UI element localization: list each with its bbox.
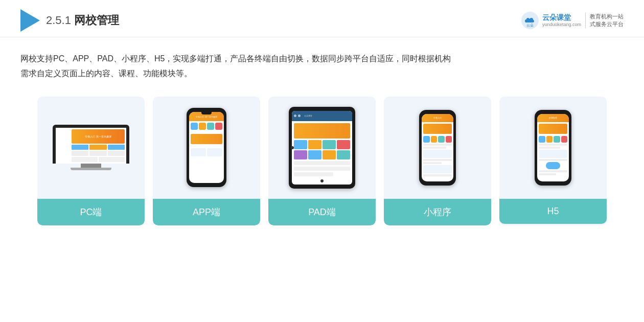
mini-phone-outer1: 引领人们 <box>419 110 456 186</box>
slogan-line2: 式服务云平台 <box>590 20 624 28</box>
pc-banner: 引领人们 第一堂兴趣课 <box>72 129 125 144</box>
tablet-camera <box>291 146 294 149</box>
tablet-banner <box>294 123 350 139</box>
app-label: APP端 <box>153 199 260 225</box>
app-mockup: 引领人们 第一堂兴趣课 <box>187 108 226 187</box>
pc-banner-text: 引领人们 第一堂兴趣课 <box>85 135 111 138</box>
phone-mini1 <box>191 148 206 156</box>
mp-icon3 <box>438 136 445 143</box>
pc-block7 <box>72 157 98 162</box>
pc-label: PC端 <box>37 199 145 225</box>
mp-block2 <box>423 165 452 173</box>
h5-icon4 <box>561 136 568 143</box>
tablet-grid-item5 <box>294 150 307 159</box>
header-left: 2.5.1 网校管理 <box>20 9 119 32</box>
pad-image-area: 云朵课堂 <box>268 97 376 199</box>
mini-phone-body2 <box>537 122 569 177</box>
mp-text5 <box>423 174 452 176</box>
tablet-grid-item2 <box>308 140 321 149</box>
miniprogram-label: 小程序 <box>384 199 491 225</box>
h5-button[interactable] <box>546 162 560 169</box>
pc-mockup: 引领人们 第一堂兴趣课 <box>53 125 129 170</box>
app-card: 引领人们 第一堂兴趣课 <box>153 97 260 225</box>
h5-icon1 <box>539 136 545 143</box>
mini-phone-header2: 好课推荐 <box>537 114 569 122</box>
phone-icon-row <box>191 123 222 130</box>
tablet-grid-item1 <box>294 140 307 149</box>
tablet-grid-item6 <box>308 150 321 159</box>
h5-text1 <box>539 144 567 146</box>
h5-text2 <box>539 147 560 149</box>
tablet-button <box>320 179 324 182</box>
h5-block1 <box>539 150 567 158</box>
device-cards-section: 引领人们 第一堂兴趣课 <box>0 86 644 236</box>
pc-row3 <box>72 157 125 162</box>
tablet-list1 <box>294 161 350 165</box>
tablet-nav-dot2 <box>298 114 301 117</box>
miniprogram-mockup: 引领人们 <box>419 110 456 186</box>
brand-slogan: 教育机构一站 式服务云平台 <box>585 13 624 29</box>
mp-icon1 <box>423 136 430 143</box>
tablet-outer: 云朵课堂 <box>289 107 355 189</box>
tablet-screen-body <box>292 121 352 178</box>
h5-text5 <box>539 173 556 175</box>
mp-icon2 <box>431 136 438 143</box>
h5-header-text: 好课推荐 <box>549 117 557 119</box>
slogan-line1: 教育机构一站 <box>590 13 624 20</box>
h5-label: H5 <box>499 199 607 224</box>
h5-mockup: 好课推荐 <box>535 110 571 186</box>
h5-icon-row <box>539 136 567 143</box>
mini-phone-screen2: 好课推荐 <box>537 114 569 181</box>
description-line1: 网校支持PC、APP、PAD、小程序、H5，实现多端打通，产品各终端自由切换，数… <box>20 54 451 63</box>
pc-base <box>71 168 111 170</box>
pc-block5 <box>89 151 106 156</box>
miniprogram-image-area: 引领人们 <box>384 97 491 199</box>
h5-banner <box>539 124 567 134</box>
mp-icon4 <box>446 136 452 143</box>
phone-mini2 <box>207 148 222 156</box>
pad-card: 云朵课堂 <box>268 97 376 225</box>
section-number: 2.5.1 <box>46 14 71 27</box>
tablet-nav-dot1 <box>294 114 296 117</box>
phone-icon2 <box>199 123 206 130</box>
pc-block3 <box>108 145 125 150</box>
tablet-nav-text: 云朵课堂 <box>304 114 312 117</box>
pc-stand <box>81 164 101 168</box>
pc-card: 引领人们 第一堂兴趣课 <box>37 97 145 225</box>
svg-text:云朵: 云朵 <box>526 24 534 27</box>
phone-screen-body <box>189 121 224 160</box>
phone-outer: 引领人们 第一堂兴趣课 <box>187 108 226 187</box>
h5-icon3 <box>554 136 560 143</box>
tablet-grid <box>294 140 350 159</box>
pc-row1 <box>72 145 125 150</box>
phone-notch <box>201 112 212 114</box>
pad-mockup: 云朵课堂 <box>289 107 355 189</box>
pc-block6 <box>108 151 125 156</box>
tablet-grid-item7 <box>323 150 336 159</box>
tablet-screen: 云朵课堂 <box>292 111 352 185</box>
description-line2: 需求自定义页面上的内容、课程、功能模块等。 <box>20 69 192 78</box>
h5-text3 <box>539 159 567 161</box>
brand-logo: 云朵 云朵课堂 yunduoketang.com <box>521 11 581 30</box>
phone-screen: 引领人们 第一堂兴趣课 <box>189 112 224 183</box>
tablet-list2 <box>294 167 350 171</box>
pad-label: PAD端 <box>268 199 376 225</box>
mini-phone-header1: 引领人们 <box>422 114 453 122</box>
pc-block2 <box>89 145 106 150</box>
h5-card: 好课推荐 <box>499 97 607 225</box>
tablet-grid-item4 <box>337 140 350 149</box>
phone-banner <box>191 134 222 144</box>
mp-block1 <box>423 150 452 158</box>
tablet-screen-header: 云朵课堂 <box>292 111 352 121</box>
mp-text2 <box>423 147 446 149</box>
app-header-text: 引领人们 第一堂兴趣课 <box>196 116 217 118</box>
pc-block4 <box>72 151 88 156</box>
mini-phone-screen1: 引领人们 <box>422 114 453 181</box>
h5-text4 <box>539 170 567 172</box>
brand-url: yunduoketang.com <box>542 22 581 28</box>
tablet-list3 <box>294 172 333 176</box>
description-text: 网校支持PC、APP、PAD、小程序、H5，实现多端打通，产品各终端自由切换，数… <box>20 52 624 81</box>
pc-row2 <box>72 151 125 156</box>
logo-triangle-icon <box>20 9 40 32</box>
h5-icon2 <box>546 136 553 143</box>
